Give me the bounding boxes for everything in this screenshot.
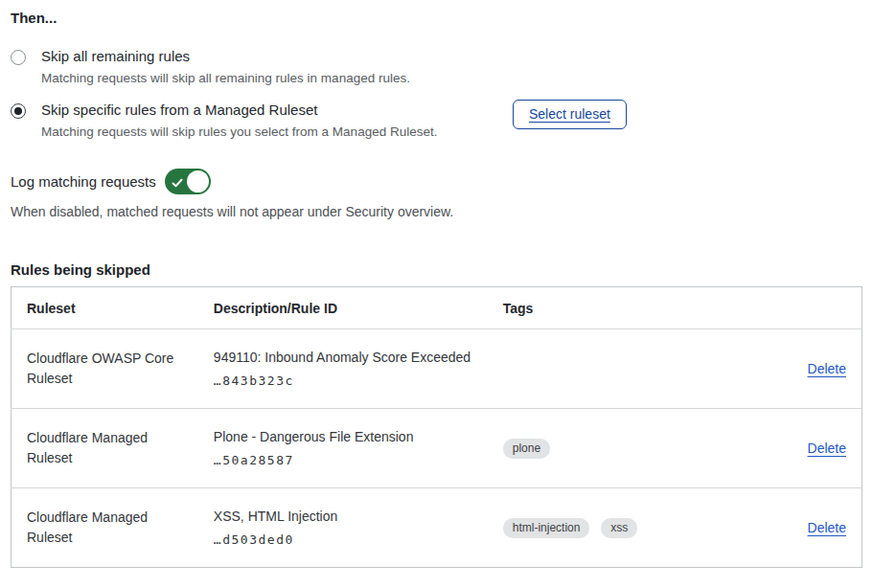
rule-description: 949110: Inbound Anomaly Score Exceeded	[214, 350, 472, 365]
rule-description: XSS, HTML Injection	[214, 509, 472, 524]
delete-link[interactable]: Delete	[808, 441, 846, 456]
option-skip-all-label[interactable]: Skip all remaining rules	[41, 48, 497, 64]
log-matching-label: Log matching requests	[11, 173, 156, 190]
rules-being-skipped-table: Ruleset Description/Rule ID Tags Cloudfl…	[11, 286, 862, 568]
option-skip-all: Skip all remaining rules Matching reques…	[11, 48, 862, 85]
table-row: Cloudflare Managed Ruleset XSS, HTML Inj…	[11, 488, 862, 568]
rules-table-heading: Rules being skipped	[11, 261, 862, 278]
rule-id: …d503ded0	[214, 532, 472, 547]
column-header-ruleset: Ruleset	[11, 287, 198, 329]
check-icon	[172, 175, 183, 192]
tag-badge: xss	[601, 518, 637, 538]
rule-id: …843b323c	[214, 373, 472, 388]
then-heading: Then...	[11, 10, 862, 26]
ruleset-name: Cloudflare OWASP Core Ruleset	[11, 329, 198, 409]
option-skip-specific-label[interactable]: Skip specific rules from a Managed Rules…	[41, 102, 497, 118]
select-ruleset-button[interactable]: Select ruleset	[513, 100, 627, 129]
column-header-action	[725, 287, 862, 329]
option-skip-specific: Skip specific rules from a Managed Rules…	[11, 102, 862, 139]
rule-description: Plone - Dangerous File Extension	[214, 429, 472, 444]
ruleset-name: Cloudflare Managed Ruleset	[11, 409, 198, 488]
option-skip-all-description: Matching requests will skip all remainin…	[41, 71, 497, 85]
log-matching-description: When disabled, matched requests will not…	[11, 204, 862, 219]
delete-link[interactable]: Delete	[808, 361, 846, 376]
rule-id: …50a28587	[214, 453, 472, 467]
ruleset-name: Cloudflare Managed Ruleset	[11, 488, 198, 568]
tags-cell	[488, 329, 726, 409]
tags-cell: html-injection xss	[488, 488, 726, 568]
table-row: Cloudflare Managed Ruleset Plone - Dange…	[11, 409, 862, 488]
tag-badge: plone	[503, 439, 550, 459]
radio-skip-all[interactable]	[11, 50, 26, 65]
waf-skip-rule-panel: Then... Skip all remaining rules Matchin…	[0, 0, 873, 568]
tag-badge: html-injection	[503, 518, 590, 538]
table-row: Cloudflare OWASP Core Ruleset 949110: In…	[11, 329, 862, 409]
log-matching-toggle[interactable]	[165, 169, 211, 194]
option-skip-specific-description: Matching requests will skip rules you se…	[41, 124, 497, 139]
tags-cell: plone	[488, 409, 726, 488]
column-header-description: Description/Rule ID	[198, 287, 488, 329]
column-header-tags: Tags	[488, 287, 726, 329]
log-matching-row: Log matching requests	[11, 169, 862, 194]
delete-link[interactable]: Delete	[808, 520, 846, 535]
table-header-row: Ruleset Description/Rule ID Tags	[11, 287, 862, 329]
radio-skip-specific[interactable]	[11, 103, 26, 119]
toggle-knob	[187, 170, 209, 192]
